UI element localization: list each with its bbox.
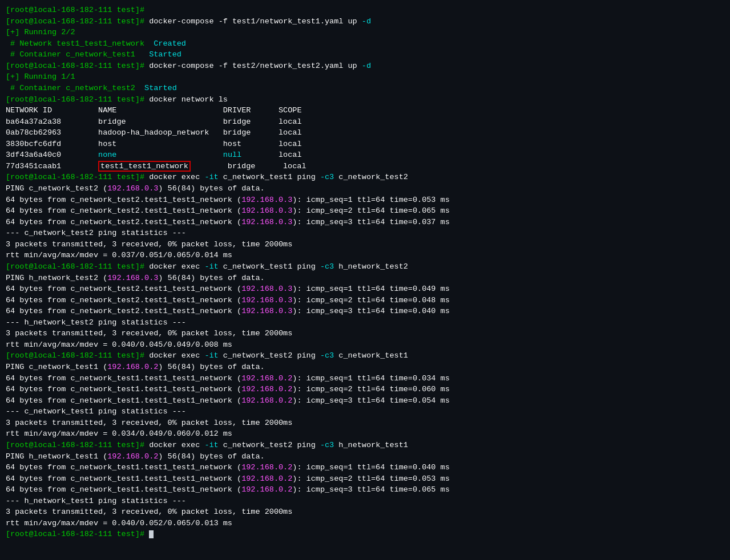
terminal-line: # Container c_network_test1 Started: [6, 49, 724, 60]
terminal-line: NETWORK ID NAME DRIVER SCOPE: [6, 105, 724, 116]
terminal-line: [root@local-168-182-111 test]# docker ex…: [6, 261, 724, 273]
terminal-line: PING c_network_test2 (192.168.0.3) 56(84…: [6, 183, 724, 194]
terminal: [root@local-168-182-111 test]# [root@loc…: [6, 5, 724, 540]
terminal-line: 64 bytes from c_network_test1.test1_test…: [6, 462, 724, 473]
terminal-line: PING c_network_test1 (192.168.0.2) 56(84…: [6, 362, 724, 373]
terminal-line: rtt min/avg/max/mdev = 0.034/0.049/0.060…: [6, 428, 724, 440]
terminal-line: --- c_network_test2 ping statistics ---: [6, 228, 724, 239]
terminal-line: PING h_network_test2 (192.168.0.3) 56(84…: [6, 273, 724, 284]
terminal-line: 64 bytes from c_network_test2.test1_test…: [6, 217, 724, 228]
terminal-line: PING h_network_test1 (192.168.0.2) 56(84…: [6, 451, 724, 462]
terminal-line: [root@local-168-182-111 test]# docker ne…: [6, 94, 724, 105]
terminal-line: 3df43a6a40c0 none null local: [6, 149, 724, 161]
terminal-line: 3 packets transmitted, 3 received, 0% pa…: [6, 328, 724, 339]
terminal-line: 64 bytes from c_network_test2.test1_test…: [6, 194, 724, 206]
terminal-line: [root@local-168-182-111 test]# docker-co…: [6, 60, 724, 72]
terminal-line: 64 bytes from c_network_test2.test1_test…: [6, 295, 724, 306]
terminal-line: --- h_network_test2 ping statistics ---: [6, 317, 724, 328]
terminal-line: # Network test1_test1_network Created: [6, 38, 724, 50]
terminal-line: rtt min/avg/max/mdev = 0.040/0.045/0.049…: [6, 339, 724, 351]
terminal-line: 3 packets transmitted, 3 received, 0% pa…: [6, 417, 724, 429]
cursor: [149, 530, 154, 538]
terminal-line: rtt min/avg/max/mdev = 0.037/0.051/0.065…: [6, 250, 724, 261]
terminal-line: [root@local-168-182-111 test]#: [6, 529, 724, 540]
terminal-line: 64 bytes from c_network_test1.test1_test…: [6, 473, 724, 485]
terminal-line: [root@local-168-182-111 test]#: [6, 5, 724, 16]
terminal-line: [+] Running 1/1: [6, 71, 724, 83]
terminal-line: 77d3451caab1 test1_test1_network bridge …: [6, 161, 724, 172]
terminal-line: rtt min/avg/max/mdev = 0.040/0.052/0.065…: [6, 518, 724, 529]
terminal-line: --- c_network_test1 ping statistics ---: [6, 406, 724, 417]
terminal-line: 64 bytes from c_network_test1.test1_test…: [6, 484, 724, 496]
terminal-line: [root@local-168-182-111 test]# docker ex…: [6, 350, 724, 362]
terminal-line: 3 packets transmitted, 3 received, 0% pa…: [6, 239, 724, 250]
terminal-line: # Container c_network_test2 Started: [6, 83, 724, 94]
terminal-line: 64 bytes from c_network_test1.test1_test…: [6, 384, 724, 395]
terminal-line: --- h_network_test1 ping statistics ---: [6, 496, 724, 507]
terminal-line: 64 bytes from c_network_test1.test1_test…: [6, 395, 724, 407]
terminal-line: [root@local-168-182-111 test]# docker ex…: [6, 440, 724, 451]
terminal-line: 3830bcfc6dfd host host local: [6, 139, 724, 150]
terminal-line: 0ab78cb62963 hadoop-ha_hadoop_network br…: [6, 127, 724, 139]
terminal-line: 64 bytes from c_network_test2.test1_test…: [6, 306, 724, 317]
terminal-line: ba64a37a2a38 bridge bridge local: [6, 116, 724, 128]
terminal-line: [root@local-168-182-111 test]# docker-co…: [6, 16, 724, 27]
terminal-line: 64 bytes from c_network_test2.test1_test…: [6, 283, 724, 295]
terminal-line: 3 packets transmitted, 3 received, 0% pa…: [6, 506, 724, 518]
terminal-line: 64 bytes from c_network_test2.test1_test…: [6, 205, 724, 217]
terminal-line: [root@local-168-182-111 test]# docker ex…: [6, 172, 724, 183]
terminal-line: [+] Running 2/2: [6, 27, 724, 38]
terminal-line: 64 bytes from c_network_test1.test1_test…: [6, 373, 724, 384]
